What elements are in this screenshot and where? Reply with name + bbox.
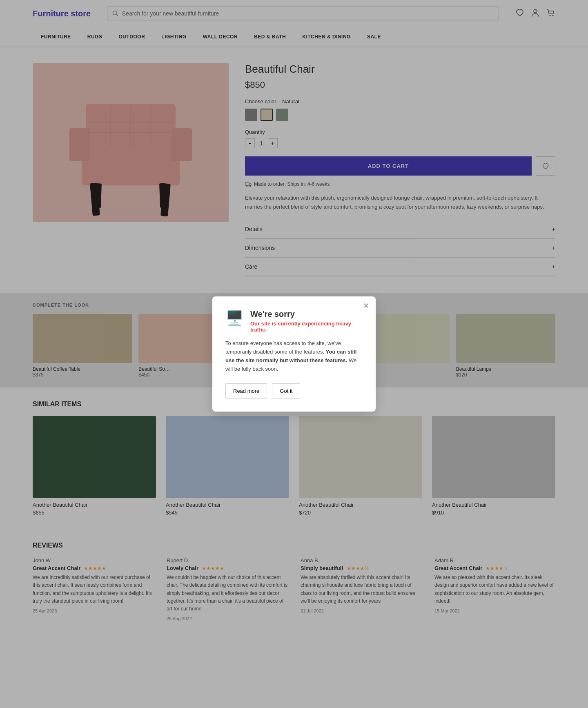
modal-read-more-button[interactable]: Read more <box>225 383 267 399</box>
modal-subtitle: Our site is currently experiencing heavy… <box>250 321 363 333</box>
modal-header: 🖥️ We're sorry Our site is currently exp… <box>225 309 363 333</box>
modal-close-button[interactable]: ✕ <box>363 301 369 310</box>
modal-warning-icon: 🖥️ <box>225 309 244 327</box>
modal-got-it-button[interactable]: Got it <box>272 383 300 399</box>
modal-body: To ensure everyone has access to the sit… <box>225 339 363 373</box>
modal-title: We're sorry <box>250 309 363 319</box>
modal-titles: We're sorry Our site is currently experi… <box>250 309 363 333</box>
modal: ✕ 🖥️ We're sorry Our site is currently e… <box>212 296 376 411</box>
modal-actions: Read more Got it <box>225 383 363 399</box>
modal-overlay[interactable]: ✕ 🖥️ We're sorry Our site is currently e… <box>0 0 588 634</box>
